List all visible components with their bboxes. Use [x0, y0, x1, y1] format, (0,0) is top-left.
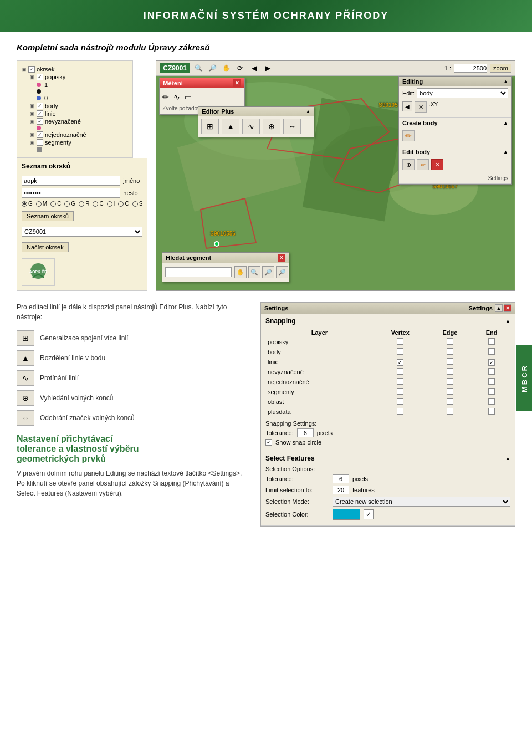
username-input[interactable] — [22, 176, 120, 186]
split-icon[interactable]: ▲ — [222, 119, 239, 134]
snap-nevyz-vertex[interactable] — [397, 368, 403, 375]
zoom-out-icon[interactable]: 🔎 — [207, 63, 218, 74]
snap-plus-vertex[interactable] — [397, 408, 403, 415]
snap-seg-vertex[interactable] — [397, 388, 403, 395]
tree-toggle[interactable]: ▣ — [30, 140, 35, 145]
okrsek-select[interactable]: CZ9001 — [22, 227, 142, 237]
settings-close[interactable]: ✕ — [504, 304, 511, 312]
snap-linie-end[interactable] — [488, 359, 495, 366]
snap-nevyz-end[interactable] — [488, 368, 495, 375]
edit-select[interactable]: body — [417, 88, 508, 98]
sf-tolerance-input[interactable] — [332, 474, 349, 483]
tree-toggle[interactable]: ▣ — [30, 132, 35, 137]
hledat-zoom2[interactable]: 🔎 — [262, 266, 274, 278]
forward-icon[interactable]: ▶ — [262, 63, 273, 74]
tree-toggle[interactable]: ▣ — [30, 119, 35, 124]
generalize-icon[interactable]: ⊞ — [201, 119, 219, 134]
find-ends-icon[interactable]: ⊕ — [263, 119, 280, 134]
select-icon[interactable]: ⟳ — [234, 63, 245, 74]
pan-icon[interactable]: ✋ — [221, 63, 232, 74]
select-features-collapse[interactable]: ▲ — [505, 456, 510, 461]
snap-circle-checkbox[interactable] — [265, 439, 272, 446]
tree-checkbox[interactable] — [37, 118, 43, 125]
snap-linie-vertex[interactable] — [397, 359, 403, 366]
snap-oblast-edge[interactable] — [447, 398, 453, 405]
editing-header[interactable]: Editing ▲ — [399, 77, 511, 86]
edit-body-collapse[interactable]: ▲ — [503, 149, 508, 155]
snapping-collapse[interactable]: ▲ — [505, 318, 510, 324]
meyeni-header[interactable]: Měření ✕ — [160, 78, 244, 88]
radio-g2[interactable]: G — [64, 201, 75, 207]
hledat-header[interactable]: Hledat segment ✕ — [162, 253, 289, 263]
snap-nejed-edge[interactable] — [447, 378, 453, 385]
hledat-zoom3[interactable]: 🔎 — [276, 266, 288, 278]
sf-color-check[interactable] — [364, 509, 374, 519]
tree-checkbox[interactable] — [37, 139, 43, 146]
sf-mode-select[interactable]: Create new selection — [332, 497, 510, 507]
zoom-in-icon[interactable]: 🔍 — [193, 63, 204, 74]
snap-plus-edge[interactable] — [447, 408, 453, 415]
snap-oblast-end[interactable] — [488, 398, 495, 405]
wave-icon[interactable]: ∿ — [173, 93, 180, 101]
tree-toggle[interactable]: ▣ — [22, 67, 27, 72]
delete-body-icon[interactable]: ✕ — [431, 159, 443, 170]
scale-input[interactable] — [454, 64, 487, 73]
radio-c3[interactable]: C — [118, 201, 129, 207]
tree-toggle[interactable]: ▣ — [30, 74, 35, 80]
radio-g[interactable]: G — [22, 201, 33, 207]
hledat-zoom1[interactable]: 🔍 — [248, 266, 260, 278]
hledat-close[interactable]: ✕ — [278, 254, 285, 262]
tree-checkbox[interactable] — [28, 66, 35, 73]
sf-limit-input[interactable] — [332, 486, 349, 494]
snap-linie-edge[interactable] — [447, 358, 453, 365]
move-icon[interactable]: ⊕ — [402, 159, 415, 170]
tree-checkbox[interactable] — [37, 74, 43, 80]
pencil-icon[interactable]: ✏ — [162, 93, 169, 101]
snap-tolerance-input[interactable] — [297, 428, 314, 437]
editor-plus-header[interactable]: Editor Plus ▲ — [198, 107, 314, 116]
snap-nevyz-edge[interactable] — [447, 368, 453, 375]
snap-body-vertex[interactable] — [397, 348, 403, 355]
hledat-hand[interactable]: ✋ — [234, 266, 247, 278]
radio-r[interactable]: R — [79, 201, 89, 207]
rect-icon[interactable]: ▭ — [185, 93, 192, 101]
radio-c[interactable]: C — [50, 201, 61, 207]
delete-icon[interactable]: ✕ — [415, 101, 427, 113]
intersect-icon[interactable]: ∿ — [242, 119, 260, 134]
nacist-button[interactable]: Načíst okrsek — [22, 242, 69, 252]
snap-plus-end[interactable] — [488, 408, 495, 415]
map-area[interactable]: CZ9001 🔍 🔎 ✋ ⟳ ◀ ▶ 1 : zoom — [156, 60, 515, 291]
hledat-input[interactable] — [165, 267, 232, 277]
meyeni-close[interactable]: ✕ — [233, 79, 241, 87]
snap-oblast-vertex[interactable] — [397, 398, 403, 405]
tree-toggle[interactable]: ▣ — [30, 103, 35, 109]
snap-popisky-edge[interactable] — [447, 338, 453, 345]
prev-btn[interactable]: ◀ — [402, 101, 412, 111]
edit-point-icon[interactable]: ✏ — [417, 159, 429, 170]
snap-body-edge[interactable] — [447, 348, 453, 355]
snap-popisky-vertex[interactable] — [397, 338, 403, 345]
seznam-button[interactable]: Seznam okrsků — [22, 211, 74, 221]
remove-marks-icon[interactable]: ↔ — [283, 119, 301, 134]
snap-popisky-end[interactable] — [488, 338, 495, 345]
tree-checkbox[interactable] — [37, 110, 43, 117]
snap-body-end[interactable] — [488, 348, 495, 355]
snap-nejed-end[interactable] — [488, 378, 495, 385]
sf-color-box[interactable] — [332, 509, 360, 520]
tree-toggle[interactable]: ▣ — [30, 111, 35, 116]
zoom-button[interactable]: zoom — [490, 64, 511, 73]
radio-i[interactable]: I — [107, 201, 115, 207]
radio-s[interactable]: S — [132, 201, 143, 207]
settings-minimize[interactable]: ▲ — [495, 304, 503, 312]
settings-link[interactable]: Settings — [488, 175, 508, 181]
back-icon[interactable]: ◀ — [248, 63, 259, 74]
tree-checkbox[interactable] — [37, 103, 43, 109]
radio-m[interactable]: M — [36, 201, 47, 207]
password-input[interactable] — [22, 188, 120, 198]
snap-nejed-vertex[interactable] — [397, 378, 403, 385]
editing-collapse[interactable]: ▲ — [503, 79, 508, 84]
tree-checkbox[interactable] — [37, 131, 43, 138]
snap-seg-end[interactable] — [488, 388, 495, 395]
editor-plus-collapse[interactable]: ▲ — [305, 109, 310, 114]
snap-seg-edge[interactable] — [447, 388, 453, 395]
